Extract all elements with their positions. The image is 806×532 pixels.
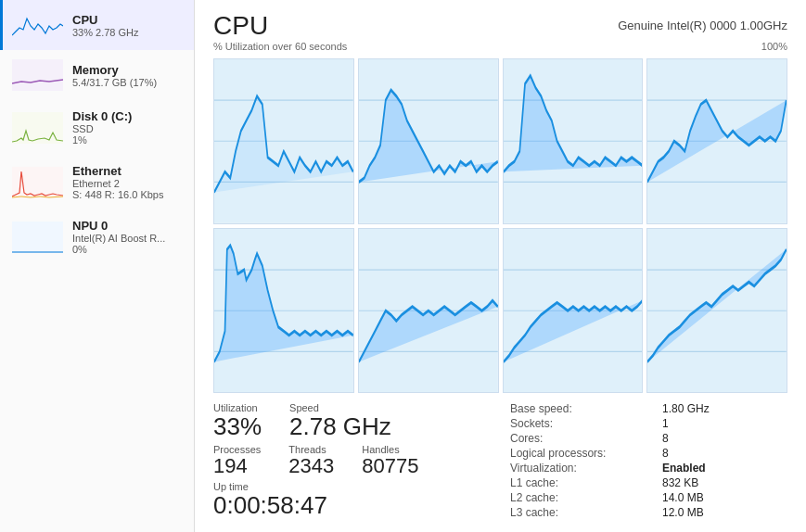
cpu-graph-5 (213, 228, 354, 394)
disk-sidebar-info: Disk 0 (C:) SSD 1% (72, 109, 132, 146)
main-header: CPU Genuine Intel(R) 0000 1.00GHz (213, 13, 787, 39)
ethernet-sidebar-sub2: S: 448 R: 16.0 Kbps (72, 189, 163, 200)
utilization-value: 33% (213, 413, 262, 440)
disk-sidebar-title: Disk 0 (C:) (72, 109, 132, 123)
svg-rect-2 (12, 167, 63, 198)
sidebar: CPU 33% 2.78 GHz Memory 5.4/31.7 GB (17%… (0, 0, 195, 532)
sockets-value: 1 (662, 417, 787, 430)
sidebar-item-cpu[interactable]: CPU 33% 2.78 GHz (0, 0, 194, 50)
svg-rect-0 (12, 59, 63, 91)
sidebar-item-memory[interactable]: Memory 5.4/31.7 GB (17%) (0, 50, 194, 100)
base-speed-label: Base speed: (510, 402, 659, 415)
cpu-graph-7 (503, 228, 644, 394)
uptime-section: Up time 0:00:58:47 (213, 481, 510, 519)
cpu-graph-8 (646, 228, 787, 394)
npu-sidebar-sub2: 0% (72, 244, 165, 255)
cpu-graph-6 (358, 228, 499, 394)
disk-sidebar-sub2: 1% (72, 134, 132, 146)
threads-value: 2343 (288, 455, 334, 477)
processes-label: Processes (213, 444, 261, 455)
base-speed-value: 1.80 GHz (662, 402, 787, 415)
uptime-label: Up time (213, 481, 510, 492)
sidebar-item-npu[interactable]: NPU 0 Intel(R) AI Boost R... 0% (0, 209, 194, 264)
cpu-graph-2 (358, 58, 499, 224)
logical-processors-value: 8 (662, 447, 787, 460)
cpu-model: Genuine Intel(R) 0000 1.00GHz (618, 19, 787, 32)
virtualization-value: Enabled (662, 462, 787, 475)
cores-value: 8 (662, 432, 787, 445)
l1-cache-label: L1 cache: (510, 476, 659, 489)
graphs-row-top (213, 58, 787, 224)
npu-sparkline (12, 222, 63, 253)
sockets-label: Sockets: (510, 417, 659, 430)
ethernet-sidebar-sub1: Ethernet 2 (72, 178, 163, 189)
ethernet-sidebar-title: Ethernet (72, 164, 163, 178)
logical-processors-label: Logical processors: (510, 447, 659, 460)
stat-processes: Processes 194 (213, 444, 261, 477)
uptime-value: 0:00:58:47 (213, 492, 510, 519)
processes-value: 194 (213, 455, 261, 477)
cpu-sidebar-title: CPU (72, 13, 139, 27)
cpu-sidebar-info: CPU 33% 2.78 GHz (72, 13, 139, 38)
stat-utilization: Utilization 33% (213, 402, 262, 440)
disk-sidebar-sub1: SSD (72, 123, 132, 134)
memory-sidebar-info: Memory 5.4/31.7 GB (17%) (72, 63, 157, 88)
npu-sidebar-title: NPU 0 (72, 219, 165, 233)
memory-sidebar-sub: 5.4/31.7 GB (17%) (72, 77, 157, 88)
cpu-graphs-area (213, 58, 787, 393)
main-content: CPU Genuine Intel(R) 0000 1.00GHz % Util… (195, 0, 806, 532)
ethernet-sidebar-info: Ethernet Ethernet 2 S: 448 R: 16.0 Kbps (72, 164, 163, 200)
virtualization-label: Virtualization: (510, 462, 659, 475)
cpu-sparkline (12, 9, 63, 41)
l3-cache-value: 12.0 MB (662, 506, 787, 519)
ethernet-sparkline (12, 167, 63, 198)
stats-area: Utilization 33% Speed 2.78 GHz Processes… (213, 402, 787, 519)
stats-left: Utilization 33% Speed 2.78 GHz Processes… (213, 402, 510, 519)
handles-value: 80775 (362, 455, 418, 477)
l3-cache-label: L3 cache: (510, 506, 659, 519)
page-title: CPU (213, 13, 268, 39)
specs-grid: Base speed: 1.80 GHz Sockets: 1 Cores: 8… (510, 402, 787, 519)
handles-label: Handles (362, 444, 418, 455)
cpu-sidebar-sub: 33% 2.78 GHz (72, 27, 139, 38)
threads-label: Threads (288, 444, 334, 455)
npu-sidebar-info: NPU 0 Intel(R) AI Boost R... 0% (72, 219, 165, 255)
cpu-graph-3 (503, 58, 644, 224)
chart-label: % Utilization over 60 seconds (213, 41, 347, 52)
svg-rect-3 (12, 222, 63, 253)
disk-sparkline (12, 112, 63, 144)
memory-sparkline (12, 59, 63, 91)
stat-row-utilization-speed: Utilization 33% Speed 2.78 GHz (213, 402, 510, 440)
chart-max-label: 100% (761, 41, 787, 56)
l2-cache-label: L2 cache: (510, 491, 659, 504)
stat-row-processes-threads-handles: Processes 194 Threads 2343 Handles 80775 (213, 444, 510, 477)
l2-cache-value: 14.0 MB (662, 491, 787, 504)
graphs-row-bottom (213, 228, 787, 394)
stat-threads: Threads 2343 (288, 444, 334, 477)
l1-cache-value: 832 KB (662, 476, 787, 489)
sidebar-item-ethernet[interactable]: Ethernet Ethernet 2 S: 448 R: 16.0 Kbps (0, 155, 194, 209)
stat-speed: Speed 2.78 GHz (289, 402, 391, 440)
speed-value: 2.78 GHz (289, 413, 391, 440)
stat-handles: Handles 80775 (362, 444, 418, 477)
cpu-graph-1 (213, 58, 354, 224)
sidebar-item-disk[interactable]: Disk 0 (C:) SSD 1% (0, 100, 194, 155)
memory-sidebar-title: Memory (72, 63, 157, 77)
npu-sidebar-sub1: Intel(R) AI Boost R... (72, 233, 165, 244)
cpu-graph-4 (646, 58, 787, 224)
cores-label: Cores: (510, 432, 659, 445)
